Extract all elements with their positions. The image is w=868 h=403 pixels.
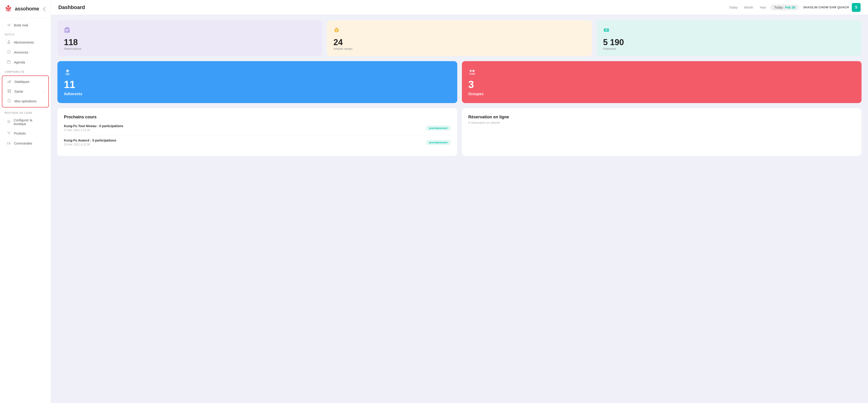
svg-point-37 <box>66 69 69 72</box>
svg-rect-16 <box>9 89 11 91</box>
svg-point-26 <box>9 144 10 145</box>
topbar-right: Today Month Year Today: Feb 25 SHAOLIN C… <box>727 3 861 12</box>
groupes-label: Groupes <box>468 92 855 96</box>
svg-point-25 <box>8 144 8 145</box>
svg-rect-3 <box>8 40 9 42</box>
big-cards-row: 11 Adherents 3 Groupes <box>57 61 862 103</box>
user-name: SHAOLIN CHOW GAR QUACH <box>803 5 849 9</box>
sidebar-item-boite-mail[interactable]: ✉ Boite mail <box>2 20 49 30</box>
sidebar-label-commandes: Commandes <box>14 142 32 145</box>
sidebar-item-commandes[interactable]: Commandes <box>2 138 49 148</box>
sidebar-item-statistiques[interactable]: Statitiques <box>2 77 49 87</box>
sidebar-item-mes-operations[interactable]: C Mes opérations <box>2 96 49 106</box>
sidebar-label-abonnements: Abonnements <box>14 40 34 44</box>
course-date-1: 27 févr. 2021 à 12:30 <box>64 128 123 132</box>
svg-rect-30 <box>65 31 68 31</box>
sidebar-section-comptabilite: COMPTABILITÉ <box>0 67 51 74</box>
page-title: Dashboard <box>58 4 85 10</box>
lower-row: Prochains cours Kung-Fu Tout Niveau : 0 … <box>57 108 862 156</box>
svg-rect-15 <box>8 89 9 91</box>
sidebar-label-saisie: Saisie <box>14 90 23 93</box>
today-pill: Today: Feb 25 <box>770 4 799 10</box>
operations-icon: C <box>7 99 11 103</box>
sidebar-label-boite-mail: Boite mail <box>14 23 28 27</box>
main-content: Dashboard Today Month Year Today: Feb 25… <box>51 0 868 403</box>
chart-icon <box>7 80 11 84</box>
stat-card-articles: 24 Articles vendu <box>327 20 592 56</box>
reservations-icon <box>64 27 316 35</box>
today-date: Feb 25 <box>785 5 795 9</box>
sidebar: assohome ❮ ✉ Boite mail OUTILS Abonnemen… <box>0 0 51 403</box>
course-info-2: Kung-Fu Avancé : 0 participations 28 fév… <box>64 138 116 146</box>
svg-rect-29 <box>65 30 69 30</box>
course-info-1: Kung-Fu Tout Niveau : 0 participations 2… <box>64 124 123 132</box>
filter-today-button[interactable]: Today <box>727 4 740 10</box>
svg-point-23 <box>9 134 10 134</box>
svg-rect-8 <box>7 61 10 63</box>
truck-icon <box>6 141 11 146</box>
paiement-number: 5 190 <box>603 38 855 46</box>
big-card-adherents: 11 Adherents <box>57 61 457 103</box>
sidebar-logo: assohome ❮ <box>0 0 51 18</box>
reservations-number: 118 <box>64 38 316 46</box>
sidebar-item-annonces[interactable]: Annonces <box>2 48 49 57</box>
course-name-2: Kung-Fu Avancé : 0 participations <box>64 138 116 142</box>
articles-icon <box>333 27 585 35</box>
svg-rect-24 <box>7 142 9 144</box>
stat-card-paiement: 5 190 Paiement <box>597 20 862 56</box>
groupes-icon <box>468 68 855 77</box>
cart-icon <box>6 131 11 136</box>
prochains-cours-card: Prochains cours Kung-Fu Tout Niveau : 0 … <box>57 108 457 156</box>
filter-year-button[interactable]: Year <box>757 4 769 10</box>
dashboard-content: 118 Réservations 24 Articles vendu <box>51 15 868 403</box>
sidebar-label-statistiques: Statitiques <box>14 80 29 84</box>
svg-rect-13 <box>9 81 9 83</box>
grid-icon <box>7 89 11 94</box>
sidebar-item-saisie[interactable]: Saisie › <box>2 87 49 96</box>
articles-number: 24 <box>333 38 585 46</box>
paiement-label: Paiement <box>603 47 855 51</box>
big-card-groupes: 3 Groupes <box>462 61 862 103</box>
articles-label: Articles vendu <box>333 47 585 51</box>
course-row-2: Kung-Fu Avancé : 0 participations 28 fév… <box>64 138 451 146</box>
logo-text: assohome <box>15 6 39 12</box>
sidebar-section-boutique: BOUTIQUE EN LIGNE <box>0 108 51 116</box>
svg-rect-14 <box>10 80 11 83</box>
sidebar-label-annonces: Annonces <box>14 51 28 54</box>
stats-row: 118 Réservations 24 Articles vendu <box>57 20 862 56</box>
course-item-1: Kung-Fu Tout Niveau : 0 participations 2… <box>64 121 451 135</box>
courses-list: Kung-Fu Tout Niveau : 0 participations 2… <box>64 121 451 149</box>
sidebar-item-produits[interactable]: Produits <box>2 128 49 138</box>
user-info: SHAOLIN CHOW GAR QUACH S <box>803 3 861 12</box>
topbar: Dashboard Today Month Year Today: Feb 25… <box>51 0 868 15</box>
today-label: Today: <box>774 5 783 9</box>
chevron-right-icon: › <box>43 90 44 93</box>
info-icon <box>6 50 11 55</box>
sidebar-item-configurer-boutique[interactable]: Configurer la boutique <box>2 116 49 128</box>
svg-point-0 <box>7 5 9 7</box>
badge-prochainement-2: prochainement <box>426 140 451 145</box>
sidebar-item-agenda[interactable]: Agenda <box>2 57 49 67</box>
mail-icon: ✉ <box>6 23 11 27</box>
reservation-en-ligne-title: Réservation en ligne <box>468 115 855 120</box>
person-icon <box>6 40 11 45</box>
course-name-1: Kung-Fu Tout Niveau : 0 participations <box>64 124 123 128</box>
reservation-en-ligne-card: Réservation en ligne 0 réservation en at… <box>462 108 862 156</box>
svg-rect-31 <box>66 27 67 29</box>
svg-point-22 <box>8 134 9 134</box>
avatar: S <box>852 3 861 12</box>
sidebar-label-mes-operations: Mes opérations <box>14 99 37 103</box>
calendar-icon <box>6 60 11 65</box>
paiement-icon <box>603 27 855 35</box>
svg-point-38 <box>65 73 70 75</box>
badge-prochainement-1: prochainement <box>426 126 451 131</box>
filter-month-button[interactable]: Month <box>742 4 755 10</box>
sidebar-item-abonnements[interactable]: Abonnements <box>2 37 49 47</box>
gear-icon <box>6 120 11 124</box>
course-date-2: 28 févr. 2021 à 12:30 <box>64 143 116 146</box>
comptabilite-group: Statitiques Saisie › C Mes opérations <box>2 75 49 107</box>
sidebar-collapse-button[interactable]: ❮ <box>42 5 47 12</box>
course-row-1: Kung-Fu Tout Niveau : 0 participations 2… <box>64 124 451 132</box>
svg-rect-32 <box>67 27 68 29</box>
filter-group: Today Month Year Today: Feb 25 <box>727 4 799 10</box>
